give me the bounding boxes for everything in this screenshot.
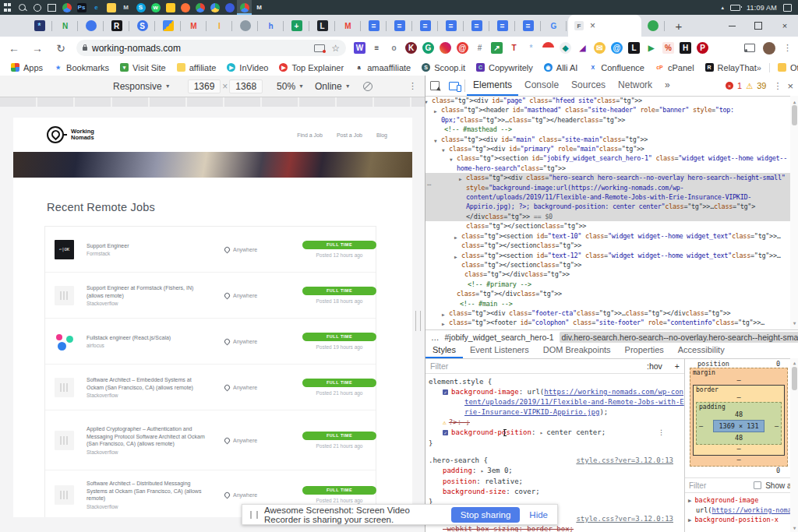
computed-scrollbar[interactable]: ▲ ▼ bbox=[790, 358, 798, 532]
pinned-tab-blue-dot[interactable] bbox=[78, 15, 104, 37]
devtools-tab-elements[interactable]: Elements bbox=[467, 76, 518, 96]
dom-node[interactable]: <!-- #primary --> bbox=[425, 280, 798, 289]
chart-extension[interactable]: % bbox=[662, 42, 674, 54]
devtools-menu-icon[interactable]: ⋮ bbox=[773, 81, 782, 91]
scroll-down-icon[interactable]: ▼ bbox=[790, 525, 798, 530]
job-title[interactable]: Software Architect – Distributed Messagi… bbox=[87, 480, 207, 502]
pinned-tab-docs-1[interactable]: = bbox=[361, 15, 387, 37]
pinterest-extension[interactable]: P bbox=[697, 42, 708, 54]
pinned-tab-gray[interactable] bbox=[232, 15, 258, 37]
dom-node[interactable]: ▶class="tg"><div class="footer-cta"class… bbox=[425, 308, 798, 318]
cast-icon[interactable] bbox=[744, 44, 755, 52]
scroll-thumb[interactable] bbox=[792, 105, 797, 125]
share-extension[interactable]: ↗ bbox=[491, 42, 503, 54]
back-button[interactable]: ← bbox=[5, 39, 23, 58]
device-height-field[interactable]: 1368 bbox=[229, 79, 263, 93]
pinned-tab-gmail-2[interactable]: M bbox=[335, 15, 361, 37]
pinned-tab-docs-5[interactable]: = bbox=[464, 15, 489, 37]
bookmark-item-relaythat[interactable]: RRelayThat bbox=[705, 63, 757, 72]
site-logo[interactable]: WorkingNomads bbox=[47, 126, 94, 143]
purple-extension[interactable]: ◢ bbox=[577, 42, 588, 54]
stylesheet-link[interactable]: style.css?ver=3.12.0:13 bbox=[576, 456, 684, 466]
styles-filter-input[interactable]: Filter bbox=[430, 361, 641, 371]
firefox[interactable] bbox=[178, 0, 192, 15]
style-property[interactable]: ✓background-position: ▸ center center;⋮ bbox=[429, 428, 684, 439]
snowflake-extension[interactable]: * bbox=[525, 42, 537, 54]
sticky-notes[interactable] bbox=[163, 0, 178, 15]
job-title[interactable]: Software Architect – Embedded Systems at… bbox=[87, 376, 207, 391]
error-icon[interactable]: × bbox=[726, 82, 733, 90]
box-model-content[interactable]: 1369 × 131 bbox=[713, 420, 764, 432]
dom-node[interactable]: ▼class="tg"><section id="jobify_widget_s… bbox=[425, 153, 798, 173]
breadcrumb-item[interactable]: … bbox=[431, 333, 440, 342]
bookmark-item-invideo[interactable]: ▶InVideo bbox=[227, 63, 268, 72]
scroll-down-icon[interactable]: ▼ bbox=[790, 319, 798, 328]
job-row[interactable]: Fullstack engineer (React.js/Scala)airfo… bbox=[45, 319, 376, 365]
job-row[interactable]: ⌐|OKSupport EngineerFormstackAnywhereFUL… bbox=[45, 227, 376, 273]
styles-tab-accessibility[interactable]: Accessibility bbox=[671, 343, 732, 358]
swirl-extension[interactable]: @ bbox=[457, 42, 468, 54]
doc-play-extension[interactable]: ▶ bbox=[645, 42, 657, 54]
style-property[interactable]: ✓background-image: url(https://working-n… bbox=[429, 387, 684, 417]
styles-tab-styles[interactable]: Styles bbox=[425, 343, 463, 358]
dom-node[interactable]: ▼class="tg"><div id="main" class="site-m… bbox=[425, 135, 798, 144]
style-property[interactable]: background-size: cover; bbox=[429, 487, 684, 497]
device-toolbar-menu-icon[interactable]: ⋮ bbox=[408, 81, 417, 91]
site-nav-blog[interactable]: Blog bbox=[376, 132, 387, 138]
computed-filter-input[interactable]: Filter bbox=[689, 481, 750, 490]
computed-property[interactable]: ▶ background-imageurl(https://working-no… bbox=[688, 495, 796, 515]
pinned-tab-docs-3[interactable]: = bbox=[412, 15, 438, 37]
url-text[interactable]: working-nomads.com bbox=[92, 43, 181, 54]
scroll-up-icon[interactable]: ▲ bbox=[790, 360, 798, 365]
pinned-tab-docs-4[interactable]: = bbox=[438, 15, 464, 37]
job-row[interactable]: Software Architect – Embedded Systems at… bbox=[45, 365, 376, 410]
pinned-tab-blue-s[interactable]: S bbox=[129, 15, 155, 37]
job-title[interactable]: Support Engineer at Formstack (Fishers, … bbox=[87, 284, 207, 299]
bookmark-item-bookmarks[interactable]: ★Bookmarks bbox=[54, 63, 109, 72]
dom-node-selected[interactable]: ▶class="tg"><div class="hero-search hero… bbox=[425, 173, 798, 221]
chrome[interactable] bbox=[192, 0, 207, 15]
pinned-tab-relaythat[interactable]: R bbox=[104, 15, 129, 37]
bookmark-item-affiliate[interactable]: affiliate bbox=[177, 63, 217, 72]
tab-close-icon[interactable]: × bbox=[590, 21, 595, 30]
viewport-resize-handle-right[interactable] bbox=[415, 311, 421, 331]
active-tab[interactable]: F × bbox=[568, 15, 641, 37]
grammarly-extension[interactable]: G bbox=[422, 42, 434, 54]
chrome-pinwheel[interactable] bbox=[59, 0, 74, 15]
styles-tab-properties[interactable]: Properties bbox=[618, 343, 671, 358]
new-tab-button[interactable]: + bbox=[669, 16, 688, 35]
chrome-active[interactable] bbox=[237, 0, 252, 15]
dom-node[interactable]: ▼class="tg"><div id="primary" role="main… bbox=[425, 144, 798, 153]
site-nav-find-a-job[interactable]: Find a Job bbox=[297, 132, 323, 138]
network-throttle-select[interactable]: Online▼ bbox=[315, 81, 351, 92]
skype[interactable]: S bbox=[133, 0, 148, 15]
box-model[interactable]: position0margin–border–padding48–1369 × … bbox=[685, 358, 798, 474]
pinned-tab-google[interactable]: G bbox=[541, 15, 567, 37]
taskbar-clock[interactable]: 11:09 AM bbox=[747, 4, 777, 12]
pinned-tab-docs-6[interactable]: = bbox=[489, 15, 515, 37]
envelope-extension[interactable]: ✉ bbox=[594, 42, 606, 54]
whatsapp[interactable]: w bbox=[148, 0, 163, 15]
dom-node[interactable]: ▶class="tg"><header id="masthead" class=… bbox=[425, 105, 798, 125]
show-hidden-icons-chevron[interactable]: ▴ bbox=[722, 5, 725, 11]
scroll-thumb[interactable] bbox=[792, 367, 797, 390]
box-model-border[interactable]: border–padding48–1369 × 131–48– bbox=[693, 385, 785, 456]
pinned-tab-analytics[interactable]: l bbox=[207, 15, 232, 37]
show-all-checkbox[interactable] bbox=[754, 481, 761, 489]
warning-icon[interactable]: ⚠ bbox=[746, 82, 753, 90]
bookmark-item-apps[interactable]: Apps bbox=[11, 63, 43, 72]
style-property[interactable]: -webkit-box-sizing: border-box; bbox=[429, 524, 684, 532]
dom-node[interactable]: class="tg"></divclass="tg">> bbox=[425, 270, 798, 279]
photoshop[interactable]: Ps bbox=[74, 0, 89, 15]
job-row[interactable]: Applied Cryptographer – Authentication a… bbox=[45, 410, 376, 470]
style-property[interactable]: position: relative; bbox=[429, 477, 684, 487]
job-row[interactable]: Support Engineer at Formstack (Fishers, … bbox=[45, 273, 376, 319]
pinned-tab-docs-7[interactable]: = bbox=[515, 15, 541, 37]
dom-node[interactable]: ▶class="tg"><section id="text-10" class=… bbox=[425, 231, 798, 251]
diamond-extension[interactable]: ◆ bbox=[560, 42, 571, 54]
pinned-tab-analytics-arrow[interactable]: N bbox=[52, 15, 78, 37]
dom-node[interactable]: <!-- #main --> bbox=[425, 299, 798, 308]
devtools-tab-network[interactable]: Network bbox=[612, 76, 659, 96]
pinned-tab-gmail[interactable]: M bbox=[181, 15, 207, 37]
computed-property[interactable]: ▶ background-position-x bbox=[688, 515, 796, 525]
